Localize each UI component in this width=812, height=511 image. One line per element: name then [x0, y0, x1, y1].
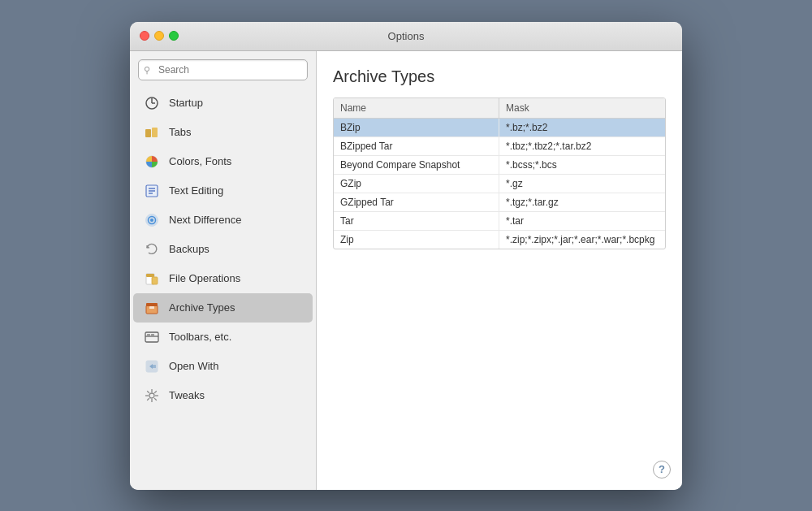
svg-point-12	[150, 219, 153, 222]
sidebar-item-startup[interactable]: Startup	[133, 89, 313, 118]
main-panel: Archive Types Name Mask BZip*.bz;*.bz2BZ…	[317, 51, 682, 490]
table-row[interactable]: Zip*.zip;*.zipx;*.jar;*.ear;*.war;*.bcpk…	[334, 231, 665, 249]
sidebar-item-archive-types[interactable]: Archive Types	[133, 293, 313, 323]
cell-name: Beyond Compare Snapshot	[334, 156, 499, 174]
svg-rect-4	[152, 128, 158, 137]
table-row[interactable]: Tar*.tar	[334, 212, 665, 231]
tweaks-label: Tweaks	[169, 389, 205, 401]
backups-label: Backups	[169, 243, 209, 255]
sidebar-item-backups[interactable]: Backups	[133, 235, 313, 264]
archive-types-table: Name Mask BZip*.bz;*.bz2BZipped Tar*.tbz…	[333, 97, 666, 249]
table-row[interactable]: GZipped Tar*.tgz;*.tar.gz	[334, 193, 665, 212]
text-editing-icon	[143, 182, 161, 200]
startup-label: Startup	[169, 97, 203, 109]
archive-types-label: Archive Types	[169, 301, 235, 314]
options-window: Options ⚲ Startup	[130, 22, 682, 490]
table-row[interactable]: BZip*.bz;*.bz2	[334, 119, 665, 137]
svg-rect-18	[149, 306, 154, 309]
cell-mask: *.bcss;*.bcs	[499, 156, 665, 174]
window-title: Options	[388, 30, 425, 42]
cell-name: GZipped Tar	[334, 193, 499, 211]
svg-point-25	[149, 393, 154, 398]
tabs-icon	[143, 123, 161, 141]
search-input[interactable]	[138, 59, 308, 80]
cell-mask: *.bz;*.bz2	[499, 119, 665, 136]
sidebar: ⚲ Startup	[130, 51, 317, 490]
search-wrapper: ⚲	[138, 59, 308, 80]
svg-line-33	[147, 398, 149, 401]
cell-name: BZipped Tar	[334, 137, 499, 155]
colors-icon	[143, 153, 161, 171]
column-name-header: Name	[334, 98, 499, 118]
page-title: Archive Types	[333, 67, 666, 86]
cell-mask: *.gz	[499, 175, 665, 193]
cell-mask: *.tbz;*.tbz2;*.tar.bz2	[499, 137, 665, 155]
toolbars-icon	[143, 328, 161, 346]
cell-mask: *.zip;*.zipx;*.jar;*.ear;*.war;*.bcpkg	[499, 231, 665, 249]
backups-icon	[143, 240, 161, 258]
svg-rect-19	[145, 332, 158, 342]
search-container: ⚲	[130, 59, 316, 89]
minimize-button[interactable]	[154, 31, 164, 41]
column-mask-header: Mask	[499, 98, 665, 118]
table-row[interactable]: GZip*.gz	[334, 175, 665, 193]
sidebar-item-tabs[interactable]: Tabs	[133, 118, 313, 147]
svg-rect-24	[153, 365, 156, 368]
sidebar-item-colors-fonts[interactable]: Colors, Fonts	[133, 147, 313, 176]
colors-fonts-label: Colors, Fonts	[169, 155, 231, 167]
tweaks-icon	[143, 387, 161, 405]
sidebar-item-open-with[interactable]: Open With	[133, 352, 313, 381]
cell-name: BZip	[334, 119, 499, 136]
cell-name: Tar	[334, 212, 499, 230]
table-header: Name Mask	[334, 98, 665, 119]
file-operations-icon	[143, 270, 161, 288]
svg-line-30	[147, 391, 149, 393]
main-content-area: ⚲ Startup	[130, 51, 682, 490]
open-with-icon	[143, 357, 161, 375]
table-body: BZip*.bz;*.bz2BZipped Tar*.tbz;*.tbz2;*.…	[334, 119, 665, 249]
sidebar-item-next-difference[interactable]: Next Difference	[133, 206, 313, 235]
toolbars-label: Toolbars, etc.	[169, 331, 231, 343]
svg-rect-22	[151, 334, 154, 336]
svg-rect-14	[146, 274, 154, 277]
svg-rect-21	[147, 334, 150, 336]
sidebar-item-file-operations[interactable]: File Operations	[133, 264, 313, 293]
table-row[interactable]: BZipped Tar*.tbz;*.tbz2;*.tar.bz2	[334, 137, 665, 156]
tabs-label: Tabs	[169, 126, 191, 138]
svg-rect-3	[145, 129, 151, 137]
file-operations-label: File Operations	[169, 272, 240, 284]
cell-name: Zip	[334, 231, 499, 249]
svg-rect-17	[146, 303, 158, 306]
sidebar-item-text-editing[interactable]: Text Editing	[133, 176, 313, 206]
titlebar: Options	[130, 22, 682, 51]
archive-types-icon	[143, 299, 161, 317]
cell-name: GZip	[334, 175, 499, 193]
next-difference-label: Next Difference	[169, 214, 241, 226]
cell-mask: *.tgz;*.tar.gz	[499, 193, 665, 211]
svg-line-31	[154, 398, 157, 401]
cell-mask: *.tar	[499, 212, 665, 230]
maximize-button[interactable]	[169, 31, 179, 41]
next-difference-icon	[143, 211, 161, 229]
sidebar-item-toolbars[interactable]: Toolbars, etc.	[133, 323, 313, 352]
help-button[interactable]: ?	[653, 461, 671, 479]
close-button[interactable]	[140, 31, 149, 41]
table-row[interactable]: Beyond Compare Snapshot*.bcss;*.bcs	[334, 156, 665, 175]
svg-rect-15	[152, 277, 158, 284]
open-with-label: Open With	[169, 360, 218, 372]
traffic-lights	[140, 31, 179, 41]
svg-line-32	[154, 391, 157, 393]
startup-icon	[143, 94, 161, 112]
sidebar-item-tweaks[interactable]: Tweaks	[133, 381, 313, 410]
text-editing-label: Text Editing	[169, 184, 223, 197]
